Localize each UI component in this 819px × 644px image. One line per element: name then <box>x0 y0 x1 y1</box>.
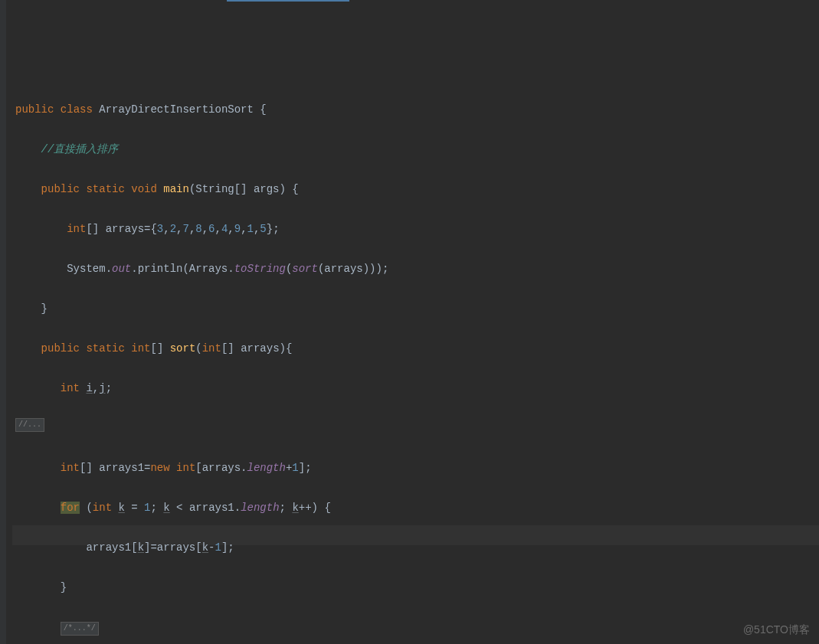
comment: //直接插入排序 <box>41 143 119 155</box>
sys: System. <box>67 263 112 275</box>
kw-class: class <box>61 103 93 116</box>
kw-int: int <box>67 223 86 235</box>
code-area[interactable]: public class ArrayDirectInsertionSort { … <box>12 0 819 644</box>
kw-static: static <box>86 183 124 195</box>
var-j: j <box>99 382 105 394</box>
method-main: main <box>163 183 189 195</box>
args: (arrays))); <box>318 263 388 275</box>
kw-int: int <box>131 342 150 355</box>
tab-indicator <box>227 0 349 2</box>
fold-marker[interactable]: //... <box>15 418 44 432</box>
class-name: ArrayDirectInsertionSort <box>99 103 254 116</box>
kw-void: void <box>131 183 157 195</box>
fold-marker[interactable]: /*...*/ <box>61 622 99 636</box>
gutter <box>0 0 6 644</box>
kw-int: int <box>61 382 80 394</box>
out: out <box>112 263 131 275</box>
var-i: i <box>86 382 92 394</box>
println: .println(Arrays. <box>131 263 234 275</box>
code-content: public class ArrayDirectInsertionSort { … <box>15 80 819 644</box>
method-sort: sort <box>170 342 196 355</box>
kw-public: public <box>41 342 80 355</box>
fold-bar <box>6 0 12 644</box>
brace: { <box>254 103 267 116</box>
kw-static: static <box>86 342 124 355</box>
brace: } <box>41 302 48 315</box>
kw-public: public <box>41 183 80 195</box>
arr: [] arrays={ <box>86 223 156 235</box>
sort: sort <box>292 263 318 275</box>
nums: 3 <box>157 223 163 235</box>
code-editor[interactable]: public class ArrayDirectInsertionSort { … <box>0 0 819 644</box>
kw-for: for <box>61 502 80 514</box>
kw-public: public <box>15 103 54 116</box>
sig: (String[] args) { <box>189 183 299 195</box>
tostring: toString <box>234 263 286 275</box>
end: }; <box>267 223 280 235</box>
